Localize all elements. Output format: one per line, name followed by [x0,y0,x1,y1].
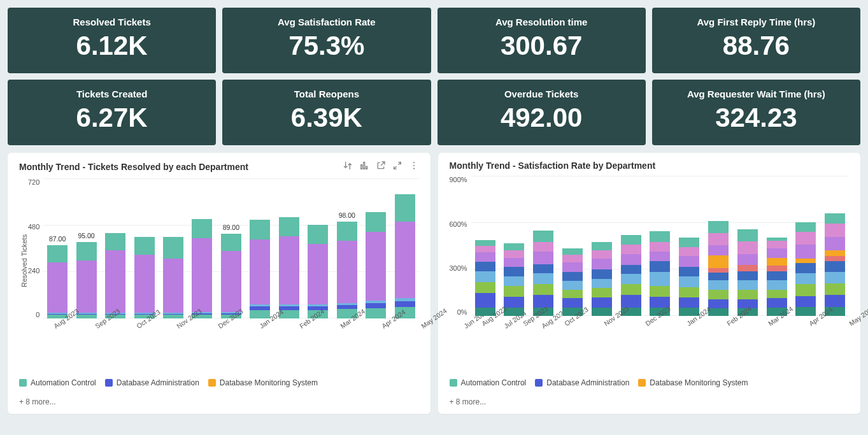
bar-segment[interactable] [504,286,524,297]
bar-segment[interactable] [767,298,787,308]
bar-column[interactable] [366,212,386,318]
open-external-icon[interactable] [376,160,386,173]
bar-segment[interactable] [825,295,845,306]
bar-segment[interactable] [621,254,641,265]
bar-column[interactable] [737,229,758,317]
bar-segment[interactable] [708,299,729,309]
bar-segment[interactable] [679,247,699,257]
bar-column[interactable] [395,194,415,319]
bar-segment[interactable] [475,293,495,308]
bar-column[interactable] [134,237,155,318]
bar-segment[interactable] [708,280,729,290]
bar-segment[interactable] [533,242,553,252]
bar-segment[interactable] [192,238,212,312]
bar-segment[interactable] [795,273,816,284]
bar-segment[interactable] [679,267,699,276]
bar-column[interactable]: 98.00 [337,222,357,318]
bar-segment[interactable] [767,266,787,271]
legend-item[interactable]: Database Monitoring System [638,378,748,387]
legend-item[interactable]: Database Administration [105,378,199,387]
bar-segment[interactable] [592,297,612,308]
bar-segment[interactable] [679,297,699,308]
kpi-overdue-tickets[interactable]: Overdue Tickets 492.00 [438,80,646,145]
bar-segment[interactable] [650,231,670,242]
bar-segment[interactable] [562,290,583,298]
bar-segment[interactable] [562,281,583,289]
bar-segment[interactable] [366,303,386,308]
bar-segment[interactable] [308,225,328,245]
bar-segment[interactable] [395,222,415,299]
bar-column[interactable] [708,221,729,316]
bar-segment[interactable] [592,269,612,279]
bar-segment[interactable] [650,286,670,297]
bar-segment[interactable] [737,290,758,299]
bar-segment[interactable] [562,262,583,272]
bar-segment[interactable] [708,255,729,268]
kpi-avg-resolution-time[interactable]: Avg Resolution time 300.67 [438,8,646,73]
expand-icon[interactable] [392,160,402,173]
bar-segment[interactable] [337,241,357,303]
bar-segment[interactable] [621,265,641,275]
bar-segment[interactable] [533,273,553,284]
bar-segment[interactable] [47,262,68,313]
bar-segment[interactable] [250,239,270,304]
bar-segment[interactable] [250,220,270,239]
bar-segment[interactable] [795,222,816,232]
bar-segment[interactable] [279,217,299,237]
bar-segment[interactable] [475,252,495,262]
bar-column[interactable] [679,238,699,316]
bar-segment[interactable] [592,242,612,250]
legend-more[interactable]: + 8 more... [450,397,850,406]
legend-item[interactable]: Database Administration [535,378,629,387]
bar-segment[interactable] [366,212,386,232]
bar-segment[interactable] [395,194,415,222]
bar-segment[interactable] [825,237,845,250]
bar-segment[interactable] [163,237,183,259]
bar-segment[interactable] [825,272,845,283]
bar-segment[interactable] [366,308,386,319]
kpi-tickets-created[interactable]: Tickets Created 6.27K [8,80,216,145]
bar-column[interactable] [504,243,524,317]
legend-item[interactable]: Database Monitoring System [208,378,318,387]
bar-segment[interactable] [767,248,787,258]
bar-segment[interactable] [105,233,125,251]
bar-segment[interactable] [795,307,816,317]
bar-segment[interactable] [708,290,729,299]
more-icon[interactable] [409,160,419,173]
bar-segment[interactable] [562,298,583,308]
bar-segment[interactable] [475,271,495,282]
bar-segment[interactable] [134,237,155,255]
bar-segment[interactable] [708,233,729,246]
bar-segment[interactable] [621,245,641,254]
bar-segment[interactable] [708,221,729,232]
bar-segment[interactable] [825,283,845,295]
bar-column[interactable] [592,242,612,316]
bar-segment[interactable] [679,287,699,297]
bar-segment[interactable] [163,259,183,313]
bar-column[interactable] [767,238,787,316]
bar-segment[interactable] [650,272,670,286]
bar-segment[interactable] [825,261,845,272]
bar-segment[interactable] [708,273,729,280]
bar-segment[interactable] [504,267,524,276]
bar-segment[interactable] [592,279,612,289]
bar-segment[interactable] [621,274,641,284]
bar-segment[interactable] [592,288,612,297]
bar-segment[interactable] [795,284,816,296]
bar-segment[interactable] [767,271,787,281]
bar-segment[interactable] [737,254,758,265]
kpi-avg-first-reply-time[interactable]: Avg First Reply Time (hrs) 88.76 [652,8,860,73]
legend-item[interactable]: Automation Control [19,378,96,387]
bar-segment[interactable] [795,232,816,245]
bar-segment[interactable] [366,232,386,301]
bar-segment[interactable] [825,256,845,260]
bar-segment[interactable] [708,268,729,273]
bar-segment[interactable] [621,284,641,295]
bar-segment[interactable] [533,252,553,264]
bar-segment[interactable] [825,250,845,257]
bar-column[interactable] [562,248,583,316]
bar-segment[interactable] [679,238,699,247]
bar-segment[interactable] [475,282,495,293]
bar-segment[interactable] [504,243,524,250]
bar-segment[interactable] [737,265,758,271]
